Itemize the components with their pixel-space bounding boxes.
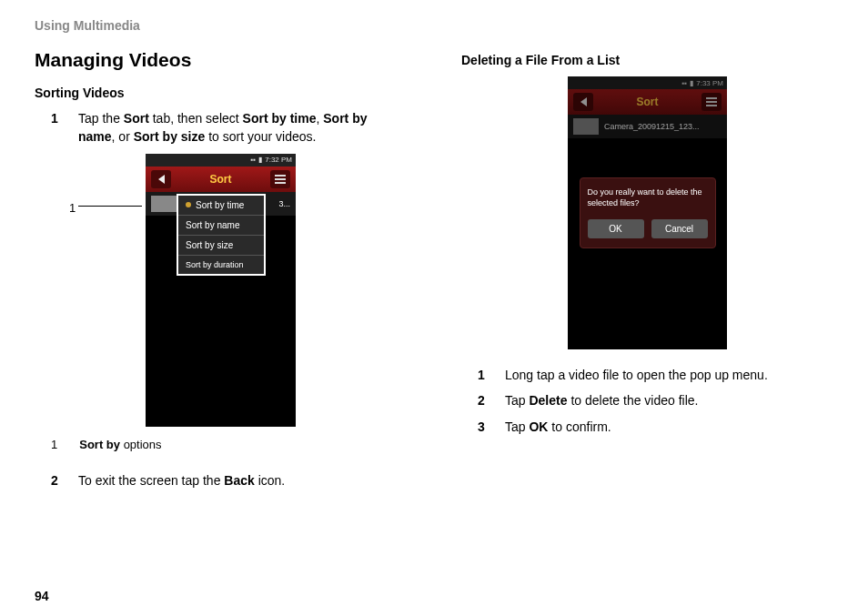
step-3: 3 Tap OK to confirm. xyxy=(461,418,833,436)
chapter-header: Using Multimedia xyxy=(35,18,833,33)
ok-button[interactable]: OK xyxy=(588,219,644,238)
cancel-button[interactable]: Cancel xyxy=(651,219,708,238)
battery-icon: ▮ xyxy=(258,156,262,164)
step-number: 1 xyxy=(51,109,62,146)
sort-by-size[interactable]: Sort by size xyxy=(178,236,264,256)
step-1: 1 Long tap a video file to open the pop … xyxy=(461,366,833,384)
callout-number: 1 xyxy=(69,201,76,215)
subsection-heading: Deleting a File From a List xyxy=(461,53,833,67)
left-column: Managing Videos Sorting Videos 1 Tap the… xyxy=(35,49,407,497)
dialog-message: Do you really want to delete the selecte… xyxy=(588,187,708,208)
right-column: Deleting a File From a List ▪▪ ▮ 7:33 PM… xyxy=(461,49,833,497)
step-number: 1 xyxy=(478,366,489,384)
step-2: 2 Tap Delete to delete the video file. xyxy=(461,391,833,409)
back-arrow-icon xyxy=(158,175,165,184)
sort-by-time[interactable]: Sort by time xyxy=(178,196,264,216)
callout-line xyxy=(78,206,142,207)
menu-button[interactable] xyxy=(270,170,290,188)
legend-number: 1 xyxy=(51,438,57,451)
sort-tab[interactable]: Sort xyxy=(178,173,263,186)
video-label: 3... xyxy=(278,199,290,208)
phone-screenshot-delete: ▪▪ ▮ 7:33 PM Sort Camera_20091215_123...… xyxy=(568,76,727,349)
app-topbar: Sort xyxy=(146,167,296,192)
step-text: Tap Delete to delete the video file. xyxy=(505,391,833,409)
step-2: 2 To exit the screen tap the Back icon. xyxy=(35,471,407,490)
signal-icon: ▪▪ xyxy=(251,156,257,164)
status-time: 7:32 PM xyxy=(265,156,292,164)
step-number: 2 xyxy=(51,471,62,490)
step-text: Tap the Sort tab, then select Sort by ti… xyxy=(78,109,407,146)
step-number: 2 xyxy=(478,391,489,409)
step-text: Tap OK to confirm. xyxy=(505,418,833,436)
dialog-overlay: Do you really want to delete the selecte… xyxy=(568,76,727,349)
figure-legend: 1 Sort by options xyxy=(35,438,407,451)
video-thumbnail xyxy=(151,196,177,212)
page-number: 94 xyxy=(35,589,49,603)
phone-screenshot-sort: ▪▪ ▮ 7:32 PM Sort 3... Sort by time Sort… xyxy=(146,154,296,427)
sort-by-name[interactable]: Sort by name xyxy=(178,216,264,236)
sort-by-duration[interactable]: Sort by duration xyxy=(178,256,264,274)
section-heading: Managing Videos xyxy=(35,49,407,71)
status-bar: ▪▪ ▮ 7:32 PM xyxy=(146,154,296,167)
back-button[interactable] xyxy=(151,170,171,188)
step-text: Long tap a video file to open the pop up… xyxy=(505,366,833,384)
step-1: 1 Tap the Sort tab, then select Sort by … xyxy=(35,109,407,146)
radio-dot-icon xyxy=(186,202,191,207)
step-number: 3 xyxy=(478,418,489,436)
delete-confirm-dialog: Do you really want to delete the selecte… xyxy=(580,177,716,248)
subsection-heading: Sorting Videos xyxy=(35,86,407,100)
step-text: To exit the screen tap the Back icon. xyxy=(78,471,407,490)
legend-text: Sort by options xyxy=(79,438,161,451)
sort-popup-menu: Sort by time Sort by name Sort by size S… xyxy=(177,194,266,276)
